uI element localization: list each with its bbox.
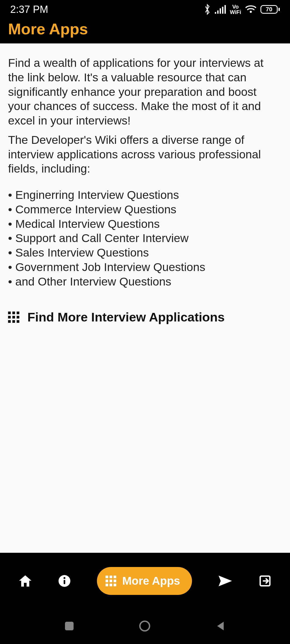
list-item: • Government Job Interview Questions <box>8 260 282 275</box>
system-recents-button[interactable] <box>64 621 74 632</box>
list-item: • Enginerring Interview Questions <box>8 188 282 202</box>
square-icon <box>64 621 74 632</box>
svg-rect-4 <box>224 5 226 14</box>
list-item: • Sales Interview Questions <box>8 246 282 260</box>
apps-grid-icon <box>8 312 19 323</box>
subintro-paragraph: The Developer's Wiki offers a diverse ra… <box>8 133 282 176</box>
status-bar: 2:37 PM Vo WiFi <box>0 0 290 19</box>
bluetooth-icon <box>204 3 211 15</box>
svg-point-10 <box>140 621 150 631</box>
page-title: More Apps <box>8 20 88 38</box>
exit-icon <box>259 575 271 587</box>
vowifi-icon: Vo WiFi <box>230 4 241 15</box>
svg-rect-9 <box>65 622 74 630</box>
send-button[interactable] <box>218 553 233 609</box>
cellular-signal-icon <box>215 5 226 14</box>
app-bar: More Apps <box>0 19 290 43</box>
intro-paragraph: Find a wealth of applications for your i… <box>8 56 282 128</box>
battery-icon: 70 <box>260 5 280 14</box>
list-item: • Medical Interview Questions <box>8 217 282 231</box>
back-triangle-icon <box>215 621 226 632</box>
find-more-label: Find More Interview Applications <box>27 310 225 324</box>
list-item: • and Other Interview Questions <box>8 275 282 289</box>
svg-point-7 <box>63 577 65 579</box>
home-button[interactable] <box>19 553 32 609</box>
more-apps-button[interactable]: More Apps <box>97 553 192 609</box>
info-button[interactable] <box>58 553 71 609</box>
list-item: • Support and Call Center Interview <box>8 231 282 246</box>
home-icon <box>19 575 32 587</box>
more-apps-label: More Apps <box>122 575 180 587</box>
wifi-icon <box>245 5 257 14</box>
status-time: 2:37 PM <box>10 4 48 15</box>
system-home-button[interactable] <box>139 620 151 633</box>
send-icon <box>218 575 233 587</box>
bullet-list: • Enginerring Interview Questions • Comm… <box>8 188 282 289</box>
svg-rect-3 <box>222 7 223 14</box>
svg-rect-2 <box>220 8 221 14</box>
svg-rect-0 <box>215 12 216 14</box>
apps-grid-icon <box>106 576 116 586</box>
main-content: Find a wealth of applications for your i… <box>0 43 290 553</box>
find-more-link[interactable]: Find More Interview Applications <box>8 310 282 324</box>
svg-rect-6 <box>64 580 65 584</box>
info-icon <box>58 575 71 587</box>
system-nav <box>0 609 290 644</box>
list-item: • Commerce Interview Questions <box>8 202 282 217</box>
system-back-button[interactable] <box>215 621 226 632</box>
svg-rect-1 <box>217 10 219 14</box>
exit-button[interactable] <box>259 553 271 609</box>
circle-icon <box>139 620 151 633</box>
bottom-nav: More Apps <box>0 553 290 609</box>
status-icons: Vo WiFi 70 <box>204 3 280 15</box>
